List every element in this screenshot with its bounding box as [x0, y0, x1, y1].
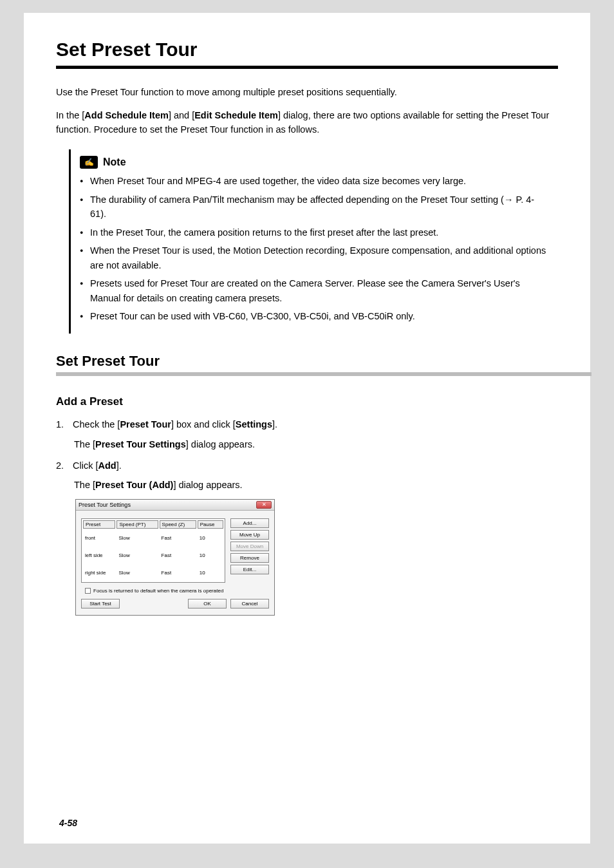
text-segment: ].: [116, 460, 122, 471]
dialog-footer: Start Test OK Cancel: [76, 599, 274, 615]
text-segment: The [: [74, 480, 95, 490]
table-header-row: Preset Speed (PT) Speed (Z) Pause: [83, 520, 223, 529]
text-segment: Check the [: [73, 419, 120, 429]
step-number: 1.: [56, 417, 70, 432]
text-segment: ] dialog appears.: [173, 480, 242, 490]
subsection-title: Add a Preset: [56, 395, 558, 408]
dialog-title-text: Preset Tour Settings: [79, 502, 131, 508]
table-row[interactable]: right side Slow Fast 10: [83, 565, 223, 581]
table-row[interactable]: left side Slow Fast 10: [83, 547, 223, 563]
cell: Slow: [116, 530, 158, 546]
remove-button[interactable]: Remove: [230, 553, 269, 563]
col-pause: Pause: [198, 520, 223, 529]
text-segment: Click [: [73, 460, 98, 471]
cancel-button[interactable]: Cancel: [230, 599, 269, 609]
text-segment: ] and [: [169, 110, 194, 120]
step-2-sub: The [Preset Tour (Add)] dialog appears.: [74, 480, 558, 490]
cell: Fast: [160, 565, 196, 581]
bold-term: Add Schedule Item: [84, 110, 169, 120]
ok-button[interactable]: OK: [188, 599, 227, 609]
dialog-footer-right: OK Cancel: [188, 599, 269, 609]
document-page: Set Preset Tour Use the Preset Tour func…: [24, 13, 590, 844]
dialog-titlebar: Preset Tour Settings ✕: [76, 500, 274, 511]
dialog-side-buttons: Add... Move Up Move Down Remove Edit...: [230, 518, 269, 583]
intro-paragraph-2: In the [Add Schedule Item] and [Edit Sch…: [56, 109, 558, 137]
starttest-button[interactable]: Start Test: [81, 599, 120, 609]
step-2: 2. Click [Add].: [56, 458, 558, 473]
moveup-button[interactable]: Move Up: [230, 530, 269, 540]
text-segment: ] box and click [: [171, 419, 236, 429]
bold-term: Settings: [236, 419, 272, 429]
note-label: Note: [103, 156, 126, 168]
col-preset: Preset: [83, 520, 115, 529]
note-item: In the Preset Tour, the camera position …: [80, 225, 550, 240]
focus-default-checkbox-row: Focus is returned to default when the ca…: [76, 588, 274, 599]
cell: 10: [198, 565, 223, 581]
section-divider: [56, 372, 591, 376]
note-item: The durability of camera Pan/Tilt mechan…: [80, 193, 550, 222]
cell: front: [83, 530, 115, 546]
bold-term: Add: [98, 460, 116, 471]
table-row[interactable]: front Slow Fast 10: [83, 530, 223, 546]
bold-term: Preset Tour (Add): [95, 480, 173, 490]
bold-term: Preset Tour Settings: [95, 439, 186, 449]
text-segment: In the [: [56, 110, 84, 120]
title-divider: [56, 66, 558, 69]
dialog-body: Preset Speed (PT) Speed (Z) Pause front …: [76, 511, 274, 588]
note-item: When Preset Tour and MPEG-4 are used tog…: [80, 174, 550, 188]
step-1: 1. Check the [Preset Tour] box and click…: [56, 417, 558, 432]
bold-term: Preset Tour: [120, 419, 171, 429]
cell: Fast: [160, 547, 196, 563]
note-item: Preset Tour can be used with VB-C60, VB-…: [80, 309, 550, 323]
preset-tour-settings-dialog: Preset Tour Settings ✕ Preset Speed (PT)…: [75, 499, 275, 616]
movedown-button[interactable]: Move Down: [230, 542, 269, 551]
step-1-sub: The [Preset Tour Settings] dialog appear…: [74, 439, 558, 449]
checkbox-icon[interactable]: [85, 588, 91, 594]
checkbox-label: Focus is returned to default when the ca…: [93, 588, 223, 594]
note-box: ✍ Note When Preset Tour and MPEG-4 are u…: [69, 149, 558, 334]
note-header: ✍ Note: [80, 156, 550, 169]
cell: 10: [198, 530, 223, 546]
page-number: 4-58: [59, 818, 77, 828]
text-segment: ] dialog appears.: [186, 439, 255, 449]
cell: Slow: [116, 565, 158, 581]
note-item: Presets used for Preset Tour are created…: [80, 276, 550, 305]
cell: 10: [198, 547, 223, 563]
col-speed-pt: Speed (PT): [116, 520, 158, 529]
bold-term: Edit Schedule Item: [194, 110, 278, 120]
section-title: Set Preset Tour: [56, 353, 558, 370]
col-speed-z: Speed (Z): [160, 520, 196, 529]
text-segment: ].: [272, 419, 277, 429]
step-number: 2.: [56, 458, 70, 473]
text-segment: The [: [74, 439, 95, 449]
note-list: When Preset Tour and MPEG-4 are used tog…: [80, 174, 550, 323]
note-item: When the Preset Tour is used, the Motion…: [80, 243, 550, 272]
page-title: Set Preset Tour: [56, 39, 558, 61]
intro-paragraph-1: Use the Preset Tour function to move amo…: [56, 86, 558, 100]
add-button[interactable]: Add...: [230, 518, 269, 528]
cell: Fast: [160, 530, 196, 546]
cell: left side: [83, 547, 115, 563]
preset-table[interactable]: Preset Speed (PT) Speed (Z) Pause front …: [81, 518, 225, 583]
cell: Slow: [116, 547, 158, 563]
edit-button[interactable]: Edit...: [230, 565, 269, 574]
close-icon[interactable]: ✕: [256, 501, 272, 509]
note-icon: ✍: [80, 156, 98, 169]
cell: right side: [83, 565, 115, 581]
